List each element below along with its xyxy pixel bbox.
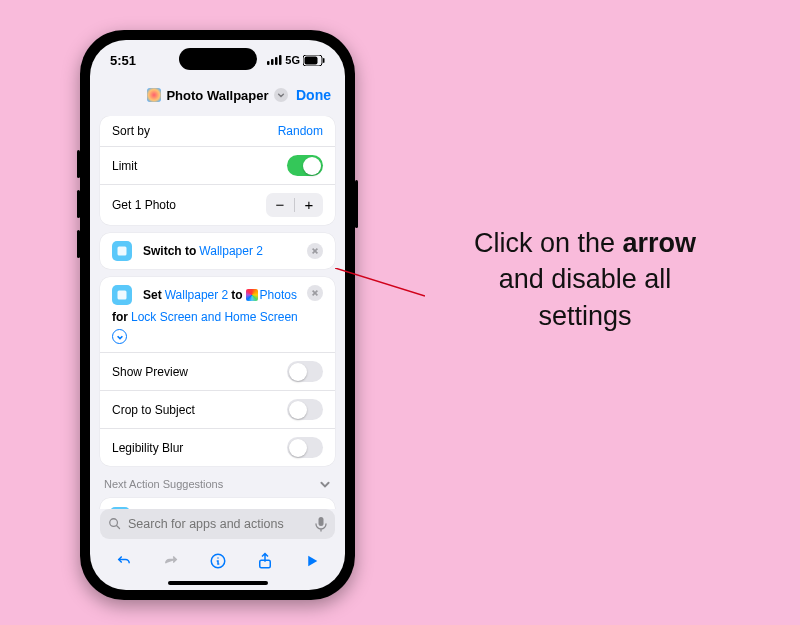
suggestions-header[interactable]: Next Action Suggestions xyxy=(100,474,335,490)
home-indicator[interactable] xyxy=(168,581,268,585)
signal-icon xyxy=(267,55,282,65)
sort-value[interactable]: Random xyxy=(278,124,323,138)
svg-rect-2 xyxy=(275,57,278,65)
svg-rect-6 xyxy=(323,58,325,63)
stepper-minus[interactable]: − xyxy=(266,193,294,217)
chevron-down-icon xyxy=(319,478,331,490)
done-button[interactable]: Done xyxy=(296,87,331,103)
svg-rect-7 xyxy=(118,247,127,256)
redo-button xyxy=(156,546,186,576)
set-to: to xyxy=(231,286,242,304)
wallpaper-icon xyxy=(112,285,132,305)
annotation-text: Click on the arrow and disable all setti… xyxy=(420,225,750,334)
get-photo-label: Get 1 Photo xyxy=(112,198,176,212)
stepper-plus[interactable]: + xyxy=(295,193,323,217)
battery-icon xyxy=(303,55,325,66)
wallpaper-icon xyxy=(112,241,132,261)
dynamic-island xyxy=(179,48,257,70)
screen: 5:51 5G Photo Wallpaper Done Sort xyxy=(90,40,345,590)
run-button[interactable] xyxy=(297,546,327,576)
search-bar[interactable] xyxy=(100,509,335,539)
limit-toggle[interactable] xyxy=(287,155,323,176)
blur-toggle[interactable] xyxy=(287,437,323,458)
search-wrap xyxy=(90,509,345,541)
sort-label: Sort by xyxy=(112,124,150,138)
switch-action-card[interactable]: Switch to Wallpaper 2 xyxy=(100,233,335,269)
limit-row: Limit xyxy=(100,146,335,184)
crop-label: Crop to Subject xyxy=(112,403,195,417)
search-input[interactable] xyxy=(128,517,309,531)
set-wallpaper-card: Set Wallpaper 2 to Photos for Lock Scree… xyxy=(100,277,335,466)
delete-action-button[interactable] xyxy=(307,243,323,259)
search-icon xyxy=(108,517,122,531)
crop-toggle[interactable] xyxy=(287,399,323,420)
undo-button[interactable] xyxy=(109,546,139,576)
share-button[interactable] xyxy=(250,546,280,576)
set-target[interactable]: Wallpaper 2 xyxy=(165,286,229,304)
switch-verb: Switch to xyxy=(143,242,196,260)
photo-count-stepper[interactable]: − + xyxy=(266,193,323,217)
sort-row[interactable]: Sort by Random xyxy=(100,116,335,146)
page-title: Photo Wallpaper xyxy=(166,88,268,103)
mic-icon[interactable] xyxy=(315,516,327,532)
nav-bar: Photo Wallpaper Done xyxy=(90,80,345,110)
title-chevron-icon[interactable] xyxy=(274,88,288,102)
photos-icon xyxy=(246,289,258,301)
bottom-toolbar xyxy=(90,541,345,581)
delete-action-button[interactable] xyxy=(307,285,323,301)
show-preview-row: Show Preview xyxy=(100,352,335,390)
svg-rect-5 xyxy=(305,56,318,64)
set-screens[interactable]: Lock Screen and Home Screen xyxy=(131,308,298,326)
svg-rect-1 xyxy=(271,59,274,65)
status-time: 5:51 xyxy=(110,53,136,68)
expand-options-arrow[interactable] xyxy=(112,329,127,344)
blur-label: Legibility Blur xyxy=(112,441,183,455)
blur-row: Legibility Blur xyxy=(100,428,335,466)
svg-rect-11 xyxy=(319,517,324,526)
filter-card: Sort by Random Limit Get 1 Photo − + xyxy=(100,116,335,225)
show-preview-label: Show Preview xyxy=(112,365,188,379)
limit-label: Limit xyxy=(112,159,137,173)
suggestion-choose-menu[interactable]: Choose from Menu + xyxy=(100,498,335,509)
set-for: for xyxy=(112,308,128,326)
crop-row: Crop to Subject xyxy=(100,390,335,428)
set-verb: Set xyxy=(143,286,162,304)
show-preview-toggle[interactable] xyxy=(287,361,323,382)
svg-rect-0 xyxy=(267,61,270,65)
content-area: Sort by Random Limit Get 1 Photo − + xyxy=(90,116,345,509)
info-button[interactable] xyxy=(203,546,233,576)
svg-point-10 xyxy=(110,519,118,527)
shortcut-color-icon xyxy=(147,88,161,102)
iphone-frame: 5:51 5G Photo Wallpaper Done Sort xyxy=(80,30,355,600)
status-carrier: 5G xyxy=(285,54,300,66)
set-source[interactable]: Photos xyxy=(246,286,297,304)
switch-target[interactable]: Wallpaper 2 xyxy=(199,242,263,260)
svg-rect-3 xyxy=(279,55,282,65)
svg-rect-8 xyxy=(118,291,127,300)
suggestions-title: Next Action Suggestions xyxy=(104,478,223,490)
get-photo-row: Get 1 Photo − + xyxy=(100,184,335,225)
